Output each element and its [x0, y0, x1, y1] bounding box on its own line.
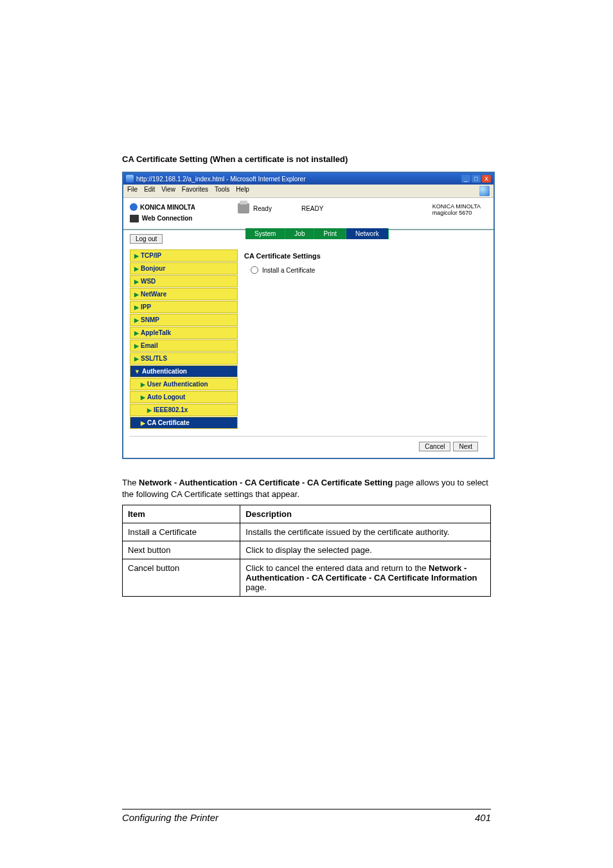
tab-system[interactable]: System	[245, 228, 285, 239]
sidebar: ▶TCP/IP ▶Bonjour ▶WSD ▶NetWare ▶IPP ▶SNM…	[130, 249, 238, 429]
arrow-icon: ▶	[134, 317, 139, 323]
device-maker: KONICA MINOLTA	[432, 203, 481, 210]
install-cert-radio[interactable]	[251, 266, 258, 274]
next-button[interactable]: Next	[453, 442, 478, 451]
page-footer: Configuring the Printer 401	[122, 809, 491, 823]
sidebar-item-wsd[interactable]: ▶WSD	[130, 275, 238, 287]
ready-label: Ready	[253, 205, 272, 212]
sidebar-item-tcpip[interactable]: ▶TCP/IP	[130, 249, 238, 262]
pagescope-icon	[130, 215, 139, 222]
sidebar-item-userauth[interactable]: ▶User Authentication	[130, 378, 238, 390]
tab-job[interactable]: Job	[285, 228, 314, 239]
sidebar-item-appletalk[interactable]: ▶AppleTalk	[130, 327, 238, 339]
arrow-icon: ▶	[134, 278, 139, 285]
brand-logo: KONICA MINOLTA	[130, 203, 238, 211]
arrow-icon: ▶	[134, 253, 139, 259]
brand-line1: KONICA MINOLTA	[140, 204, 195, 211]
arrow-icon: ▶	[134, 330, 139, 336]
window-title: http://192.168.1.2/a_index.html - Micros…	[136, 176, 461, 183]
ie-logo-icon	[479, 186, 490, 196]
menu-help[interactable]: Help	[236, 186, 249, 196]
table-row: Install a Certificate Installs the certi…	[123, 523, 491, 541]
sidebar-item-bonjour[interactable]: ▶Bonjour	[130, 262, 238, 275]
screenshot: http://192.168.1.2/a_index.html - Micros…	[122, 172, 495, 459]
main-panel: CA Certificate Settings Install a Certif…	[238, 249, 487, 429]
ready-status: READY	[301, 205, 323, 212]
settings-table: Item Description Install a Certificate I…	[122, 505, 491, 597]
menu-file[interactable]: File	[127, 186, 138, 196]
sidebar-item-authentication[interactable]: ▼Authentication	[130, 365, 238, 377]
col-description: Description	[240, 505, 491, 523]
table-row: Next button Click to display the selecte…	[123, 541, 491, 559]
arrow-icon: ▶	[134, 343, 139, 349]
sidebar-item-netware[interactable]: ▶NetWare	[130, 288, 238, 300]
titlebar: http://192.168.1.2/a_index.html - Micros…	[123, 173, 493, 185]
menu-favorites[interactable]: Favorites	[182, 186, 208, 196]
page-header: KONICA MINOLTA Web Connection Ready READ…	[123, 198, 493, 230]
arrow-icon: ▼	[134, 368, 140, 375]
sidebar-item-ipp[interactable]: ▶IPP	[130, 301, 238, 313]
section-heading: CA Certificate Setting (When a certifica…	[122, 154, 491, 164]
sidebar-item-ssltls[interactable]: ▶SSL/TLS	[130, 352, 238, 365]
menu-view[interactable]: View	[161, 186, 175, 196]
menubar: File Edit View Favorites Tools Help	[123, 185, 493, 198]
sidebar-item-autologout[interactable]: ▶Auto Logout	[130, 391, 238, 403]
sidebar-item-ieee[interactable]: ▶IEEE802.1x	[130, 404, 238, 416]
panel-title: CA Certificate Settings	[244, 252, 481, 260]
device-model: magicolor 5670	[432, 210, 481, 216]
tabs: System Job Print Network	[245, 228, 487, 239]
cancel-button[interactable]: Cancel	[419, 442, 450, 451]
brand-line2: Web Connection	[130, 215, 238, 222]
menu-edit[interactable]: Edit	[144, 186, 155, 196]
sidebar-item-email[interactable]: ▶Email	[130, 339, 238, 352]
tab-network[interactable]: Network	[346, 228, 389, 239]
sidebar-item-snmp[interactable]: ▶SNMP	[130, 314, 238, 326]
ie-icon	[126, 175, 134, 183]
printer-icon	[238, 203, 249, 213]
sidebar-item-cacert[interactable]: ▶CA Certificate	[130, 417, 238, 429]
description-paragraph: The Network - Authentication - CA Certif…	[122, 477, 491, 500]
minimize-button[interactable]: _	[461, 175, 470, 183]
breadcrumb-path: Network - Authentication - CA Certificat…	[139, 478, 393, 487]
arrow-icon: ▶	[141, 394, 145, 401]
maximize-button[interactable]: □	[472, 175, 481, 183]
footer-title: Configuring the Printer	[122, 812, 218, 823]
tab-print[interactable]: Print	[314, 228, 346, 239]
close-button[interactable]: X	[482, 175, 491, 183]
km-dot-icon	[130, 203, 138, 211]
menu-tools[interactable]: Tools	[215, 186, 229, 196]
arrow-icon: ▶	[141, 420, 145, 426]
arrow-icon: ▶	[134, 356, 139, 362]
arrow-icon: ▶	[134, 266, 139, 272]
arrow-icon: ▶	[141, 381, 145, 388]
col-item: Item	[123, 505, 240, 523]
arrow-icon: ▶	[147, 407, 152, 413]
arrow-icon: ▶	[134, 291, 139, 298]
arrow-icon: ▶	[134, 304, 139, 311]
table-row: Cancel button Click to cancel the entere…	[123, 559, 491, 597]
install-cert-label: Install a Certificate	[262, 267, 315, 274]
logout-button[interactable]: Log out	[130, 234, 163, 244]
page-number: 401	[475, 812, 491, 823]
